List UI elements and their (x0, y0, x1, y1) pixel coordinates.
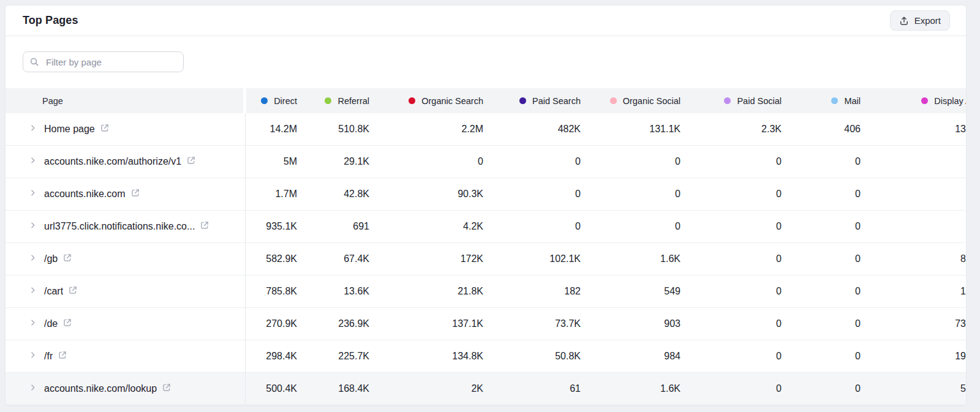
metric-value: 13.6K (297, 275, 369, 307)
chevron-right-icon[interactable] (28, 188, 38, 200)
external-link-icon[interactable] (162, 383, 172, 395)
top-pages-card: Top Pages Export Page (5, 5, 967, 405)
metric-value: 0 (782, 243, 861, 275)
filter-input[interactable] (23, 51, 184, 72)
metric-value: 1.6K (581, 373, 680, 405)
channel-label: Organic Search (421, 96, 483, 106)
export-upload-icon (899, 16, 909, 26)
page-name[interactable]: accounts.nike.com/lookup (44, 383, 157, 394)
table-row[interactable]: /cart 785.8K13.6K21.8K182549001.4K (6, 275, 967, 308)
metric-value: 2K (369, 373, 483, 405)
metric-value: 0 (782, 340, 861, 372)
metric-value: 0 (782, 178, 861, 210)
metric-value: 2.2M (369, 113, 483, 145)
page-name[interactable]: Home page (44, 124, 95, 135)
metric-value: 0 (782, 211, 861, 242)
page-cell: accounts.nike.com/authorize/v1 (6, 146, 245, 178)
metric-value: 0 (680, 211, 782, 242)
metric-value: 42.8K (297, 178, 369, 210)
table-row[interactable]: Home page 14.2M510.8K2.2M482K131.1K2.3K4… (6, 113, 967, 146)
external-link-icon[interactable] (68, 285, 78, 298)
metric-value: 134.8K (369, 340, 483, 372)
export-button[interactable]: Export (890, 10, 950, 31)
chevron-right-icon[interactable] (28, 318, 38, 330)
channel-color-dot (831, 97, 838, 104)
metric-value: 0 (581, 211, 680, 242)
page-name[interactable]: url3775.click.notifications.nike.co... (44, 221, 195, 232)
metric-value: 691 (297, 211, 369, 242)
page-cell: accounts.nike.com (6, 178, 245, 210)
metric-value: 19.3K (861, 340, 967, 372)
page-name[interactable]: /fr (44, 351, 53, 362)
metric-value: 0 (680, 243, 782, 275)
metric-value: 73.4K (861, 308, 967, 340)
metric-value: 0 (782, 373, 861, 405)
metric-value: 0 (782, 308, 861, 340)
channel-label: Display Ads (934, 96, 967, 106)
chevron-right-icon[interactable] (28, 123, 38, 135)
metric-value: 298.4K (245, 340, 297, 372)
external-link-icon[interactable] (130, 188, 140, 200)
table-row[interactable]: accounts.nike.com/authorize/v1 5M29.1K00… (6, 146, 967, 178)
metric-value: 1.4K (861, 275, 967, 307)
channel-color-dot (610, 97, 617, 104)
chevron-right-icon[interactable] (28, 350, 38, 362)
table-row[interactable]: /fr 298.4K225.7K134.8K50.8K9840019.3K (6, 340, 967, 373)
chevron-right-icon[interactable] (28, 253, 38, 265)
chevron-right-icon[interactable] (28, 155, 38, 168)
page-name[interactable]: /gb (44, 253, 58, 264)
metric-value: 0 (581, 178, 680, 210)
page-name[interactable]: accounts.nike.com/authorize/v1 (44, 156, 181, 167)
metric-value: 5.1K (861, 373, 967, 405)
channel-color-dot (519, 97, 526, 104)
metric-value: 50.8K (483, 340, 581, 372)
metric-value: 225.7K (297, 340, 369, 372)
table-row[interactable]: url3775.click.notifications.nike.co... 9… (6, 211, 967, 243)
export-label: Export (914, 15, 941, 26)
channel-column-header: Organic Social (581, 88, 680, 113)
metric-value: 0 (581, 146, 680, 178)
external-link-icon[interactable] (100, 123, 110, 135)
chevron-right-icon[interactable] (28, 220, 38, 233)
table-row[interactable]: accounts.nike.com 1.7M42.8K90.3K00000 (6, 178, 967, 211)
metric-value: 270.9K (245, 308, 297, 340)
metric-value: 5M (245, 146, 297, 178)
channel-column-header: Organic Search (369, 88, 483, 113)
metric-value: 582.9K (245, 243, 297, 275)
filter-box (23, 51, 184, 72)
external-link-icon[interactable] (200, 220, 209, 233)
metric-value: 1.6K (581, 243, 680, 275)
table-row[interactable]: /de 270.9K236.9K137.1K73.7K9030073.4K (6, 308, 967, 340)
channel-color-dot (921, 97, 928, 104)
metric-value: 73.7K (483, 308, 581, 340)
page-title: Top Pages (23, 14, 78, 27)
page-name[interactable]: /de (44, 318, 58, 329)
metric-value: 172K (369, 243, 483, 275)
metric-value: 131.1K (581, 113, 680, 145)
external-link-icon[interactable] (62, 318, 72, 330)
channel-column-header: Display Ads (861, 88, 967, 113)
channel-label: Referral (337, 96, 369, 106)
metric-value: 0 (782, 146, 861, 178)
page-name[interactable]: accounts.nike.com (44, 189, 126, 200)
metric-value: 0 (861, 211, 967, 242)
table-row[interactable]: accounts.nike.com/lookup 500.4K168.4K2K6… (6, 373, 967, 405)
metric-value: 0 (680, 275, 782, 307)
metric-value: 168.4K (297, 373, 369, 405)
external-link-icon[interactable] (62, 253, 72, 265)
channel-label: Paid Social (737, 96, 782, 106)
table-row[interactable]: /gb 582.9K67.4K172K102.1K1.6K008.6K (6, 243, 967, 275)
external-link-icon[interactable] (58, 350, 67, 362)
metric-value: 4.2K (369, 211, 483, 242)
channel-label: Paid Search (532, 96, 581, 106)
metric-value: 0 (680, 340, 782, 372)
page-cell: /cart (6, 275, 245, 307)
external-link-icon[interactable] (186, 155, 196, 168)
channel-label: Organic Social (623, 96, 680, 106)
chevron-right-icon[interactable] (28, 285, 38, 298)
metric-value: 406 (782, 113, 861, 145)
page-name[interactable]: /cart (44, 286, 63, 297)
metric-value: 0 (861, 146, 967, 178)
chevron-right-icon[interactable] (28, 383, 38, 395)
metric-value: 0 (680, 308, 782, 340)
